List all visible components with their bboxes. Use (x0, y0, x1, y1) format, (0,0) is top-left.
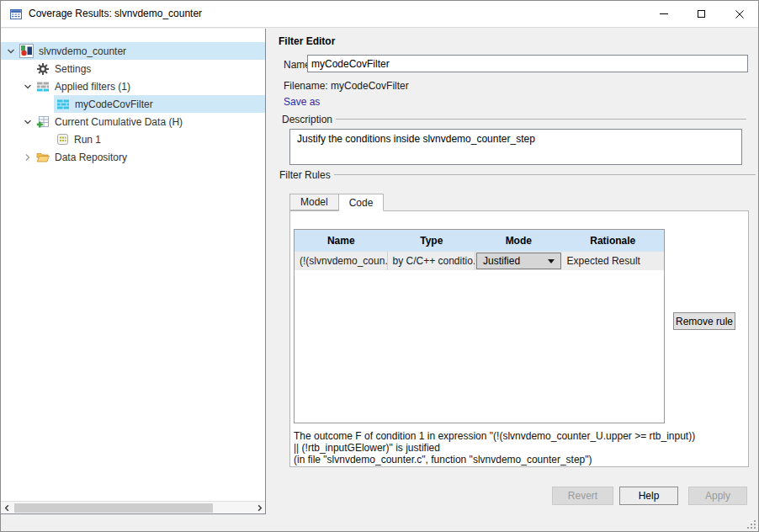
coverage-tree: slvnvdemo_counter Settings (1, 29, 266, 514)
maximize-icon (698, 10, 705, 18)
rule-name-cell: (!(slvnvdemo_coun... (295, 252, 388, 270)
model-icon (19, 44, 34, 58)
tree-item-applied-filters[interactable]: Applied filters (1) (1, 77, 265, 95)
mode-dropdown[interactable]: Justified (476, 253, 561, 269)
footnote-line-3: (in file "slvnvdemo_counter.c", function… (294, 454, 695, 466)
save-as-link[interactable]: Save as (284, 96, 320, 108)
filter-editor-panel: Filter Editor Name Filename: myCodeCovFi… (267, 29, 758, 531)
tree-item-run1[interactable]: Run 1 (1, 130, 265, 148)
remove-rule-button[interactable]: Remove rule (673, 312, 735, 330)
tree-item-cumulative-data[interactable]: Current Cumulative Data (H) (1, 113, 265, 130)
footnote-line-2: || (!rtb_inputGElower)" is justified (294, 442, 695, 454)
tree-item-label: Applied filters (1) (55, 81, 130, 93)
filename-text: Filename: myCodeCovFilter (284, 80, 409, 92)
applied-filters-icon (36, 80, 50, 93)
name-input[interactable] (307, 55, 748, 72)
tree-item-label: Current Cumulative Data (H) (55, 116, 183, 128)
mode-dropdown-value: Justified (483, 255, 520, 267)
rule-footnote: The outcome F of condition 1 in expressi… (294, 430, 695, 466)
maximize-button[interactable] (682, 1, 720, 27)
title-bar: Coverage Results: slvnvdemo_counter (1, 1, 758, 28)
tree-item-label: Run 1 (74, 134, 101, 146)
column-header-name: Name (295, 230, 388, 252)
description-label: Description (282, 114, 332, 125)
filter-rules-label: Filter Rules (279, 169, 331, 181)
rule-type-cell: by C/C++ conditio... (388, 252, 476, 270)
rule-row[interactable]: (!(slvnvdemo_coun... by C/C++ conditio..… (295, 252, 664, 270)
description-textarea[interactable]: Justify the conditions inside slvnvdemo_… (289, 129, 742, 165)
rules-table-header: Name Type Mode Rationale (295, 230, 664, 252)
minimize-button[interactable] (645, 1, 682, 27)
tree-horizontal-scrollbar[interactable] (1, 501, 265, 513)
help-button[interactable]: Help (619, 487, 678, 505)
tree-item-data-repository[interactable]: Data Repository (1, 148, 265, 166)
tree-item-settings[interactable]: Settings (1, 60, 265, 77)
run-data-icon (56, 133, 69, 146)
tab-model[interactable]: Model (289, 194, 339, 210)
rules-table: Name Type Mode Rationale (!(slvnvdemo_co… (294, 229, 665, 423)
minimize-icon (660, 13, 668, 14)
tree-item-label: Settings (55, 63, 91, 75)
selected-row-highlight: myCodeCovFilter (54, 95, 265, 113)
description-divider (336, 119, 746, 120)
scroll-right-arrow-icon[interactable] (253, 502, 265, 513)
tree-item-mycodecovfilter[interactable]: myCodeCovFilter (1, 95, 265, 113)
tree-item-label: myCodeCovFilter (75, 98, 153, 110)
rule-mode-cell: Justified (475, 252, 562, 270)
tree-item-model-root[interactable]: slvnvdemo_counter (1, 42, 265, 60)
gear-icon (36, 62, 50, 76)
panel-title: Filter Editor (279, 35, 335, 47)
chevron-down-icon[interactable] (22, 82, 34, 91)
rule-rationale-cell: Expected Result (562, 252, 664, 270)
coverage-results-window: Coverage Results: slvnvdemo_counter slvn… (0, 0, 759, 532)
scroll-left-arrow-icon[interactable] (1, 502, 13, 513)
window-title: Coverage Results: slvnvdemo_counter (29, 1, 202, 27)
tree-item-label: slvnvdemo_counter (39, 45, 126, 57)
column-header-rationale: Rationale (562, 230, 664, 252)
column-header-mode: Mode (475, 230, 562, 252)
chevron-right-icon[interactable] (22, 153, 34, 162)
chevron-down-icon[interactable] (5, 47, 17, 56)
window-resize-grip[interactable] (745, 518, 756, 529)
dropdown-caret-icon (548, 259, 555, 263)
close-icon (735, 10, 744, 19)
filter-icon (56, 98, 70, 111)
footnote-line-1: The outcome F of condition 1 in expressi… (294, 430, 695, 442)
revert-button[interactable]: Revert (552, 487, 613, 505)
filter-rules-divider (334, 174, 756, 175)
scrollbar-thumb[interactable] (14, 503, 213, 513)
tree-item-label: Data Repository (55, 152, 127, 163)
apply-button[interactable]: Apply (688, 487, 747, 505)
tab-code[interactable]: Code (339, 194, 385, 211)
code-tab-panel: Name Type Mode Rationale (!(slvnvdemo_co… (289, 210, 749, 467)
coverage-app-icon (9, 8, 23, 21)
close-button[interactable] (720, 1, 758, 27)
cumulative-data-icon (36, 115, 50, 129)
column-header-type: Type (388, 230, 476, 252)
folder-icon (36, 151, 50, 164)
filter-rules-tabs: Model Code (289, 194, 384, 211)
chevron-down-icon[interactable] (22, 118, 34, 126)
